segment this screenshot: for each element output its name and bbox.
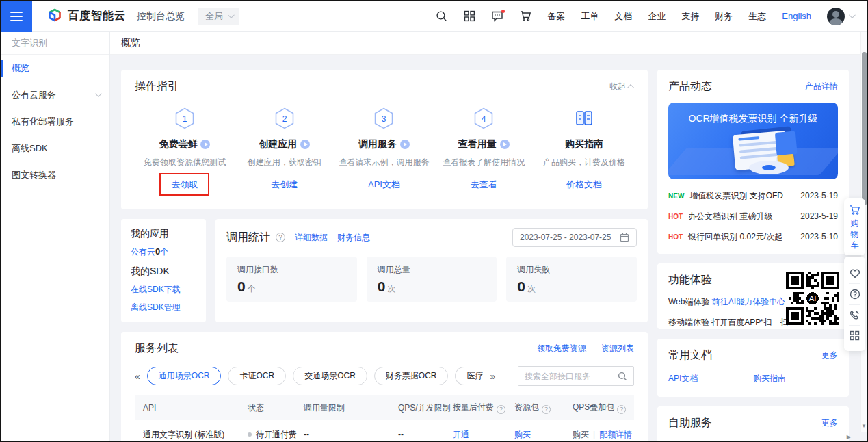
stat-total-calls: 调用总量 0次 — [367, 257, 497, 302]
play-icon[interactable] — [200, 140, 210, 149]
col-qps-pack: QPS叠加包? — [573, 402, 634, 414]
resource-list-link[interactable]: 资源列表 — [601, 343, 634, 354]
nav-link-wendang[interactable]: 文档 — [614, 10, 632, 23]
ai-experience-center-link[interactable]: 前往AI能力体验中心 > — [712, 297, 793, 307]
nav-link-beian[interactable]: 备案 — [547, 10, 565, 23]
news-item[interactable]: HOT 办公文档识别 重磅升级 2023-5-19 — [668, 206, 838, 226]
finance-info-link[interactable]: 财务信息 — [337, 232, 370, 244]
product-detail-link[interactable]: 产品详情 — [805, 81, 838, 92]
stats-title: 调用统计 — [226, 231, 270, 245]
tab-general-ocr[interactable]: 通用场景OCR — [147, 367, 222, 385]
services-title: 服务列表 — [135, 341, 179, 356]
detail-data-link[interactable]: 详细数据 — [295, 232, 328, 244]
tab-medical-ocr[interactable]: 医疗 — [455, 367, 483, 385]
sidebar-item-overview[interactable]: 概览 — [1, 55, 109, 81]
step-link-claim[interactable]: 去领取 — [171, 179, 198, 191]
stat-label: 调用失败 — [517, 264, 626, 276]
sidebar-item-label: 公有云服务 — [12, 89, 56, 101]
hot-badge: HOT — [668, 233, 683, 241]
help-icon[interactable]: ? — [276, 233, 285, 242]
claim-free-resources-link[interactable]: 领取免费资源 — [537, 343, 586, 354]
public-cloud-count-link[interactable]: 公有云0个 — [131, 246, 196, 258]
products-grid-icon[interactable] — [463, 10, 475, 23]
step-view-usage: 4 查看用量 查看报表了解使用情况 去查看 — [434, 107, 534, 196]
scroll-down-arrow-icon[interactable]: ▼ — [861, 423, 867, 429]
news-item[interactable]: NEW 增值税发票识别 支持OFD 2023-5-19 — [668, 185, 838, 206]
col-api: API — [135, 403, 248, 413]
play-icon[interactable] — [300, 140, 310, 149]
cart-icon[interactable] — [519, 10, 531, 23]
sidebar: 文字识别 概览 公有云服务 私有化部署服务 离线SDK 图文转换器 — [1, 32, 110, 441]
play-icon[interactable] — [400, 140, 410, 149]
tabs-scroll-right-icon[interactable]: » — [490, 371, 495, 382]
open-service-link[interactable]: 开通 — [453, 430, 469, 439]
tab-finance-ocr[interactable]: 财务票据OCR — [374, 367, 449, 385]
language-switch[interactable]: English — [782, 11, 811, 21]
news-text: 办公文档识别 重磅升级 — [688, 211, 772, 222]
stat-unit: 个 — [248, 284, 256, 294]
offline-sdk-manage-link[interactable]: 离线SDK管理 — [131, 302, 196, 313]
scrollbar-thumb[interactable] — [862, 52, 867, 205]
step-link-view[interactable]: 去查看 — [471, 179, 497, 191]
buy-qps-pack-link[interactable]: 购买 — [573, 430, 589, 439]
avatar — [827, 8, 845, 25]
tab-card-ocr[interactable]: 卡证OCR — [228, 367, 286, 385]
brand-logo[interactable]: 百度智能云 — [47, 8, 126, 25]
sidebar-item-public-cloud[interactable]: 公有云服务 — [1, 81, 109, 108]
help-icon[interactable]: ? — [497, 405, 505, 414]
floating-cart-button[interactable]: 购物车 — [844, 198, 865, 255]
console-overview-link[interactable]: 控制台总览 — [137, 10, 185, 23]
service-list-card: 服务列表 领取免费资源 资源列表 « 通用场景OCR 卡证OCR 交通场景OCR… — [121, 332, 648, 441]
news-item[interactable]: HOT 银行回单识别 0.02元/次起 2023-5-10 — [668, 226, 838, 247]
service-search-input[interactable] — [525, 372, 614, 381]
phone-contact-icon[interactable] — [844, 305, 865, 325]
sidebar-item-offline-sdk[interactable]: 离线SDK — [1, 135, 109, 161]
tab-traffic-ocr[interactable]: 交通场景OCR — [293, 367, 367, 385]
nav-link-qiye[interactable]: 企业 — [648, 10, 666, 23]
sidebar-item-label: 图文转换器 — [12, 169, 56, 181]
hamburger-menu-icon[interactable] — [1, 1, 32, 32]
nav-link-zhichi[interactable]: 支持 — [681, 10, 699, 23]
help-icon[interactable]: ? — [617, 405, 626, 414]
api-debug-link[interactable]: API在线调试 — [668, 441, 753, 441]
nav-link-shengtai[interactable]: 生态 — [748, 10, 766, 23]
step-link-api-doc[interactable]: API文档 — [368, 179, 400, 191]
more-apps-grid-icon[interactable] — [844, 326, 865, 346]
account-menu[interactable] — [827, 8, 854, 25]
api-doc-link[interactable]: API文档 — [668, 373, 753, 385]
col-qps: QPS/并发限制 — [398, 402, 453, 414]
help-icon[interactable]: ? — [542, 405, 551, 414]
scroll-right-arrow-icon[interactable]: ▶ — [847, 434, 851, 440]
step-title: 调用服务 — [358, 138, 397, 151]
buy-package-link[interactable]: 购买 — [514, 430, 531, 439]
region-selector[interactable]: 全局 — [198, 8, 239, 25]
self-service-more-link[interactable]: 更多 — [821, 417, 838, 429]
help-question-icon[interactable] — [844, 284, 865, 304]
promo-banner[interactable]: OCR增值税发票识别 全新升级 — [668, 103, 838, 179]
tabs-scroll-left-icon[interactable]: « — [135, 371, 140, 382]
news-date: 2023-5-10 — [800, 232, 838, 242]
collapse-button[interactable]: 收起 — [609, 81, 634, 92]
online-sdk-download-link[interactable]: 在线SDK下载 — [131, 284, 196, 296]
play-icon[interactable] — [500, 140, 510, 149]
messages-icon[interactable] — [491, 10, 503, 23]
cart-label: 购物车 — [850, 218, 859, 250]
api-trace-link[interactable]: API Trace诊断 — [753, 441, 838, 441]
top-navigation-bar: 百度智能云 控制台总览 全局 备案 工单 文档 企业 支持 — [1, 1, 867, 32]
nav-link-gongdan[interactable]: 工单 — [581, 10, 599, 23]
quota-detail-link[interactable]: 配额详情 — [599, 430, 632, 439]
favorite-heart-icon[interactable] — [844, 263, 865, 283]
page-title: 概览 — [110, 32, 867, 55]
sidebar-item-private-deploy[interactable]: 私有化部署服务 — [1, 108, 109, 135]
search-icon[interactable] — [435, 10, 447, 23]
purchase-guide-link[interactable]: 购买指南 — [753, 373, 838, 385]
service-category-tabs: « 通用场景OCR 卡证OCR 交通场景OCR 财务票据OCR 医疗 » — [135, 366, 634, 386]
stat-value: 0 — [517, 278, 525, 294]
search-icon[interactable] — [618, 372, 627, 381]
docs-more-link[interactable]: 更多 — [821, 350, 838, 361]
nav-link-caiwu[interactable]: 财务 — [715, 10, 733, 23]
sidebar-item-doc-converter[interactable]: 图文转换器 — [1, 161, 109, 188]
date-range-picker[interactable]: 2023-07-25 - 2023-07-25 — [512, 228, 637, 247]
step-link-create[interactable]: 去创建 — [271, 179, 298, 191]
price-doc-link[interactable]: 价格文档 — [566, 179, 602, 191]
